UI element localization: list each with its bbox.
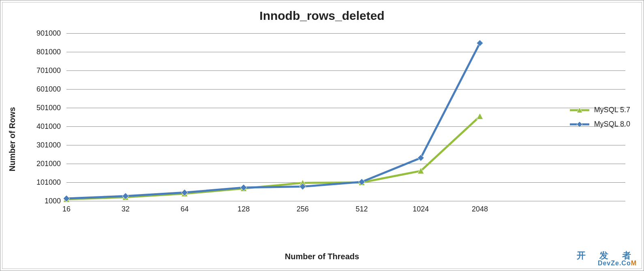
watermark-cn: 开 发 者: [577, 251, 637, 260]
chart-frame: Innodb_rows_deleted Number of Rows 10001…: [0, 0, 644, 271]
legend-swatch-icon: [569, 120, 590, 128]
legend-label: MySQL 5.7: [594, 106, 630, 114]
x-axis-label: Number of Threads: [2, 251, 642, 269]
legend-label: MySQL 8.0: [594, 120, 630, 128]
svg-marker-3: [577, 122, 582, 127]
plot-svg: [26, 31, 484, 217]
watermark-en: DevZe.CoM: [577, 260, 637, 267]
legend-item: MySQL 5.7: [569, 106, 630, 114]
watermark: 开 发 者 DevZe.CoM: [577, 251, 637, 267]
legend-swatch-icon: [569, 106, 590, 114]
chart-container: Innodb_rows_deleted Number of Rows 10001…: [2, 2, 642, 269]
y-axis-label: Number of Rows: [8, 107, 17, 171]
watermark-en-m: M: [631, 260, 637, 267]
data-point: [477, 113, 483, 119]
series-line: [66, 43, 480, 198]
chart-row: Number of Rows 1000101000201000301000401…: [2, 27, 642, 251]
legend-item: MySQL 8.0: [569, 120, 630, 128]
y-axis-label-container: Number of Rows: [2, 27, 22, 251]
chart-title: Innodb_rows_deleted: [2, 2, 642, 27]
legend: MySQL 5.7MySQL 8.0: [569, 106, 630, 134]
watermark-en-pre: DevZe.Co: [598, 260, 631, 267]
plot-area: 1000101000201000301000401000501000601000…: [26, 31, 629, 217]
